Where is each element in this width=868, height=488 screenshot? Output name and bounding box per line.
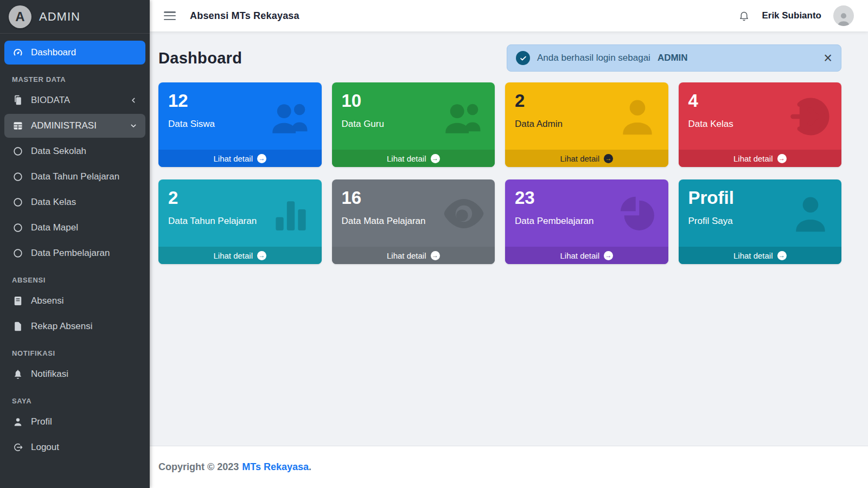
circle-icon bbox=[12, 247, 24, 259]
lihat-detail-label: Lihat detail bbox=[387, 154, 426, 163]
lihat-detail-label: Lihat detail bbox=[560, 154, 599, 163]
arrow-right-circle-icon: → bbox=[431, 251, 440, 260]
sign-in-circle-icon bbox=[788, 95, 833, 138]
stat-card-data-siswa: 12 Data Siswa Lihat detail → bbox=[158, 82, 322, 167]
lihat-detail-link[interactable]: Lihat detail → bbox=[332, 150, 495, 167]
sidebar-item-data-sekolah[interactable]: Data Sekolah bbox=[4, 139, 145, 163]
sidebar-item-data-kelas[interactable]: Data Kelas bbox=[4, 190, 145, 214]
sidebar-item-label: Data Kelas bbox=[31, 196, 76, 209]
pie-chart-icon bbox=[615, 192, 660, 235]
footer-brand-link[interactable]: MTs Rekayasa bbox=[242, 461, 309, 473]
stat-card-data-mata-pelajaran: 16 Data Mata Pelajaran Lihat detail → bbox=[332, 179, 495, 264]
circle-icon bbox=[12, 171, 24, 183]
chevron-left-icon bbox=[129, 96, 138, 105]
user-menu[interactable]: Erik Subianto bbox=[762, 10, 821, 21]
sidebar-item-label: Profil bbox=[31, 415, 52, 428]
content-head: Dashboard Anda berhasil login sebagai AD… bbox=[158, 44, 841, 72]
brand[interactable]: A ADMIN bbox=[0, 0, 150, 34]
sidebar-item-label: Notifikasi bbox=[31, 368, 68, 381]
sidebar-item-data-mapel[interactable]: Data Mapel bbox=[4, 216, 145, 240]
brand-name: ADMIN bbox=[39, 10, 80, 24]
arrow-right-circle-icon: → bbox=[777, 251, 787, 260]
sidebar-item-dashboard[interactable]: Dashboard bbox=[4, 41, 145, 65]
sidebar-item-biodata[interactable]: BIODATA bbox=[4, 88, 145, 112]
sidebar-item-absensi[interactable]: Absensi bbox=[4, 289, 145, 313]
sidebar-item-notifikasi[interactable]: Notifikasi bbox=[4, 362, 145, 386]
sidebar-item-label: ADMINISTRASI bbox=[31, 119, 97, 132]
eye-icon bbox=[442, 192, 486, 235]
lihat-detail-link[interactable]: Lihat detail → bbox=[332, 247, 495, 264]
stat-card-body: Profil Profil Saya bbox=[679, 179, 842, 247]
stat-card-data-pembelajaran: 23 Data Pembelajaran Lihat detail → bbox=[505, 179, 668, 264]
topbar: Absensi MTs Rekayasa Erik Subianto bbox=[150, 0, 868, 31]
stat-card-data-kelas: 4 Data Kelas Lihat detail → bbox=[679, 82, 842, 167]
lihat-detail-label: Lihat detail bbox=[560, 251, 599, 260]
sidebar-section-master-data: MASTER DATA bbox=[4, 66, 145, 88]
lihat-detail-link[interactable]: Lihat detail → bbox=[158, 247, 322, 264]
page-title: Dashboard bbox=[158, 49, 242, 67]
login-success-alert: Anda berhasil login sebagai ADMIN × bbox=[507, 44, 841, 72]
logout-icon bbox=[12, 441, 24, 453]
users-icon bbox=[269, 95, 313, 138]
table-icon bbox=[12, 120, 24, 132]
users-icon bbox=[442, 95, 486, 138]
person-icon bbox=[788, 192, 833, 235]
alert-message: Anda berhasil login sebagai bbox=[537, 53, 650, 63]
stat-card-body: 12 Data Siswa bbox=[158, 82, 322, 150]
sidebar-item-administrasi[interactable]: ADMINISTRASI bbox=[4, 114, 145, 138]
sidebar-section-absensi: ABSENSI bbox=[4, 267, 145, 289]
arrow-right-circle-icon: → bbox=[257, 154, 266, 163]
copyright-suffix: . bbox=[309, 461, 311, 473]
stat-card-body: 10 Data Guru bbox=[332, 82, 495, 150]
book-icon bbox=[12, 295, 24, 307]
page-footer: Copyright © 2023 MTs Rekayasa . bbox=[150, 446, 868, 488]
sidebar-item-label: Data Mapel bbox=[31, 221, 78, 234]
lihat-detail-label: Lihat detail bbox=[733, 251, 773, 260]
lihat-detail-link[interactable]: Lihat detail → bbox=[505, 247, 668, 264]
sidebar-item-rekap-absensi[interactable]: Rekap Absensi bbox=[4, 314, 145, 338]
check-circle-icon bbox=[516, 51, 530, 65]
arrow-right-circle-icon: → bbox=[777, 154, 787, 163]
close-icon[interactable]: × bbox=[824, 53, 832, 63]
sidebar-item-profil[interactable]: Profil bbox=[4, 410, 145, 434]
sidebar-item-data-tahun-pelajaran[interactable]: Data Tahun Pelajaran bbox=[4, 165, 145, 189]
user-icon bbox=[615, 95, 660, 138]
copyright-text: Copyright © 2023 bbox=[158, 461, 239, 473]
arrow-right-circle-icon: → bbox=[431, 154, 440, 163]
sidebar-section-notifikasi: NOTIFIKASI bbox=[4, 340, 145, 362]
app-root: A ADMIN Dashboard MASTER DATA BIODATA bbox=[0, 0, 868, 488]
sidebar-item-label: BIODATA bbox=[31, 94, 70, 107]
sidebar-section-saya: SAYA bbox=[4, 388, 145, 410]
arrow-right-circle-icon: → bbox=[257, 251, 266, 260]
speedometer-icon bbox=[12, 47, 24, 59]
arrow-right-circle-icon: → bbox=[604, 154, 613, 163]
sidebar-nav: Dashboard MASTER DATA BIODATA ADMINISTRA… bbox=[0, 34, 150, 459]
sidebar-item-label: Rekap Absensi bbox=[31, 320, 92, 333]
lihat-detail-link[interactable]: Lihat detail → bbox=[158, 150, 322, 167]
sidebar-item-data-pembelajaran[interactable]: Data Pembelajaran bbox=[4, 241, 145, 265]
sidebar-item-label: Data Sekolah bbox=[31, 145, 86, 158]
lihat-detail-link[interactable]: Lihat detail → bbox=[679, 247, 842, 264]
avatar[interactable] bbox=[833, 5, 854, 26]
sidebar-item-label: Dashboard bbox=[31, 46, 76, 59]
stat-card-body: 23 Data Pembelajaran bbox=[505, 179, 668, 247]
bar-chart-icon bbox=[269, 192, 313, 235]
content: Dashboard Anda berhasil login sebagai AD… bbox=[150, 31, 868, 446]
sidebar-item-logout[interactable]: Logout bbox=[4, 435, 145, 459]
lihat-detail-link[interactable]: Lihat detail → bbox=[679, 150, 842, 167]
bell-icon[interactable] bbox=[738, 10, 750, 22]
sidebar-item-label: Data Tahun Pelajaran bbox=[31, 170, 119, 183]
lihat-detail-label: Lihat detail bbox=[213, 251, 253, 260]
circle-icon bbox=[12, 222, 24, 234]
chevron-down-icon bbox=[129, 121, 138, 130]
bell-icon bbox=[12, 368, 24, 380]
lihat-detail-link[interactable]: Lihat detail → bbox=[505, 150, 668, 167]
lihat-detail-label: Lihat detail bbox=[213, 154, 253, 163]
brand-logo-icon: A bbox=[9, 5, 31, 28]
lihat-detail-label: Lihat detail bbox=[733, 154, 773, 163]
circle-icon bbox=[12, 196, 24, 208]
stat-card-body: 2 Data Tahun Pelajaran bbox=[158, 179, 322, 247]
alert-role: ADMIN bbox=[658, 53, 688, 63]
person-icon bbox=[12, 416, 24, 428]
hamburger-icon[interactable] bbox=[164, 11, 176, 20]
